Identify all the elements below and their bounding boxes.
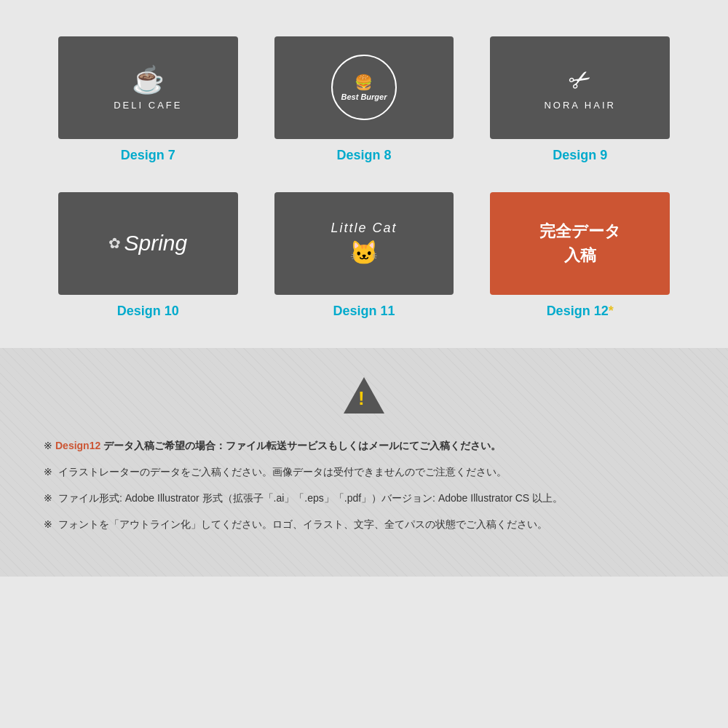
spring-inner: ✿ Spring bbox=[108, 231, 187, 256]
burger-icon: 🍔 bbox=[355, 74, 373, 91]
spring-floral-icon: ✿ bbox=[108, 234, 121, 252]
best-burger-label: Best Burger bbox=[341, 92, 387, 102]
cup-icon: ☕ bbox=[132, 65, 165, 95]
design-card-10[interactable]: ✿ Spring bbox=[58, 192, 238, 295]
kanzen-content: 完全データ入稿 bbox=[532, 212, 628, 274]
notice-1: ※Design12 データ入稿ご希望の場合：ファイル転送サービスもしくはメールに… bbox=[44, 435, 684, 456]
deli-cafe-content: ☕ DELI CAFE bbox=[114, 65, 182, 111]
label-prefix-8: Design bbox=[336, 148, 384, 162]
label-num-12: 12 bbox=[594, 304, 609, 318]
label-prefix-12: Design bbox=[547, 304, 594, 318]
design-11-label: Design 11 bbox=[333, 304, 395, 319]
notice-3-prefix: ※ bbox=[44, 492, 52, 504]
notice-2-text: イラストレーターのデータをご入稿ください。画像データは受付できませんのでご注意く… bbox=[55, 466, 507, 478]
label-prefix-7: Design bbox=[121, 148, 168, 162]
notice-3: ※ ファイル形式: Adobe Illustrator 形式（拡張子「.ai」「… bbox=[44, 488, 684, 508]
top-section: ☕ DELI CAFE Design 7 🍔 Best Burger Desig… bbox=[0, 0, 728, 348]
scissors-icon: ✂ bbox=[563, 61, 597, 98]
label-num-10: 10 bbox=[165, 304, 179, 318]
design-item-12[interactable]: 完全データ入稿 Design 12* bbox=[490, 192, 670, 319]
spring-label: Spring bbox=[124, 231, 187, 256]
design-card-7[interactable]: ☕ DELI CAFE bbox=[58, 36, 238, 139]
spring-content: ✿ Spring bbox=[108, 231, 187, 256]
little-cat-content: Little Cat 🐱 bbox=[331, 221, 397, 266]
design-item-9[interactable]: ✂ NORA HAIR Design 9 bbox=[490, 36, 670, 163]
label-asterisk-12: * bbox=[609, 304, 614, 318]
design-item-8[interactable]: 🍔 Best Burger Design 8 bbox=[274, 36, 454, 163]
design-card-12[interactable]: 完全データ入稿 bbox=[490, 192, 670, 295]
design-card-11[interactable]: Little Cat 🐱 bbox=[274, 192, 454, 295]
bottom-section: ※Design12 データ入稿ご希望の場合：ファイル転送サービスもしくはメールに… bbox=[0, 348, 728, 577]
label-num-7: 7 bbox=[168, 148, 175, 162]
best-burger-content: 🍔 Best Burger bbox=[331, 55, 397, 120]
design-card-9[interactable]: ✂ NORA HAIR bbox=[490, 36, 670, 139]
notice-2: ※ イラストレーターのデータをご入稿ください。画像データは受付できませんのでご注… bbox=[44, 462, 684, 482]
label-num-9: 9 bbox=[600, 148, 607, 162]
label-num-8: 8 bbox=[384, 148, 391, 162]
cat-icon: 🐱 bbox=[349, 239, 379, 266]
burger-circle: 🍔 Best Burger bbox=[331, 55, 397, 120]
notice-1-highlight: Design12 bbox=[55, 440, 100, 451]
notice-2-prefix: ※ bbox=[44, 466, 52, 478]
design-item-11[interactable]: Little Cat 🐱 Design 11 bbox=[274, 192, 454, 319]
warning-triangle-icon bbox=[344, 377, 384, 414]
design-grid: ☕ DELI CAFE Design 7 🍔 Best Burger Desig… bbox=[58, 36, 670, 319]
little-cat-label: Little Cat bbox=[331, 221, 397, 236]
label-num-11: 11 bbox=[380, 304, 395, 318]
label-prefix-11: Design bbox=[333, 304, 380, 318]
label-prefix-9: Design bbox=[553, 148, 600, 162]
label-prefix-10: Design bbox=[117, 304, 165, 318]
nora-hair-label: NORA HAIR bbox=[544, 100, 616, 111]
kanzen-label: 完全データ入稿 bbox=[539, 219, 621, 267]
notice-1-prefix: ※ bbox=[44, 440, 52, 451]
notice-4-text: フォントを「アウトライン化」してください。ロゴ、イラスト、文字、全てパスの状態で… bbox=[55, 518, 547, 530]
design-item-7[interactable]: ☕ DELI CAFE Design 7 bbox=[58, 36, 238, 163]
design-9-label: Design 9 bbox=[553, 148, 607, 163]
design-10-label: Design 10 bbox=[117, 304, 179, 319]
notice-4-prefix: ※ bbox=[44, 518, 52, 530]
warning-icon-container bbox=[44, 377, 684, 414]
nora-hair-content: ✂ NORA HAIR bbox=[544, 65, 616, 111]
design-card-8[interactable]: 🍔 Best Burger bbox=[274, 36, 454, 139]
design-12-label: Design 12* bbox=[547, 304, 614, 319]
notice-1-bold: データ入稿ご希望の場合：ファイル転送サービスもしくはメールにてご入稿ください。 bbox=[100, 440, 501, 451]
deli-cafe-label: DELI CAFE bbox=[114, 100, 182, 111]
notice-3-text: ファイル形式: Adobe Illustrator 形式（拡張子「.ai」「.e… bbox=[55, 492, 563, 504]
notice-text: ※Design12 データ入稿ご希望の場合：ファイル転送サービスもしくはメールに… bbox=[44, 435, 684, 534]
design-8-label: Design 8 bbox=[336, 148, 391, 163]
design-item-10[interactable]: ✿ Spring Design 10 bbox=[58, 192, 238, 319]
notice-4: ※ フォントを「アウトライン化」してください。ロゴ、イラスト、文字、全てパスの状… bbox=[44, 514, 684, 534]
design-7-label: Design 7 bbox=[121, 148, 175, 163]
